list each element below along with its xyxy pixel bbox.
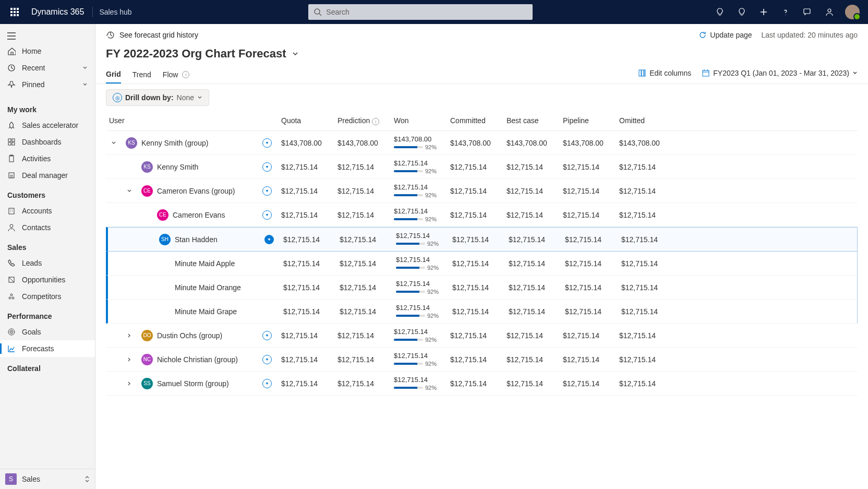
info-icon: i xyxy=(182,71,189,78)
help-icon[interactable] xyxy=(775,0,796,24)
target-icon: ◎ xyxy=(113,93,122,102)
cell-quota: $12,715.14 xyxy=(281,331,337,340)
table-row[interactable]: Minute Maid Apple$12,715.14$12,715.14$12… xyxy=(106,252,858,276)
plus-icon[interactable] xyxy=(753,0,774,24)
table-row[interactable]: DODustin Ochs (group)$12,715.14$12,715.1… xyxy=(106,324,858,348)
table-row[interactable]: CECameron Evans (group)$12,715.14$12,715… xyxy=(106,179,858,203)
expand-toggle[interactable] xyxy=(111,140,122,146)
page-title[interactable]: FY 2022-2023 Org Chart Forecast xyxy=(95,43,868,63)
sidebar-item-leads[interactable]: Leads xyxy=(0,255,95,271)
cell-omitted: $12,715.14 xyxy=(619,379,676,388)
forecast-icon xyxy=(7,344,16,353)
expand-toggle[interactable] xyxy=(127,357,137,362)
col-pipeline[interactable]: Pipeline xyxy=(563,116,619,125)
sidebar-item-competitors[interactable]: Competitors xyxy=(0,288,95,305)
sidebar-item-recent[interactable]: Recent xyxy=(0,59,95,76)
table-row[interactable]: CECameron Evans$12,715.14$12,715.14$12,7… xyxy=(106,203,858,227)
person-icon[interactable] xyxy=(819,0,840,24)
table-row[interactable]: KSKenny Smith (group)$143,708.00$143,708… xyxy=(106,131,858,155)
col-user[interactable]: User xyxy=(106,116,262,125)
cell-bestcase: $12,715.14 xyxy=(507,331,563,340)
table-row[interactable]: SSSamuel Storm (group)$12,715.14$12,715.… xyxy=(106,372,858,396)
cell-prediction: $12,715.14 xyxy=(340,307,396,316)
calendar-icon xyxy=(702,69,710,77)
indicator-icon xyxy=(262,186,272,196)
cell-quota: $143,708.00 xyxy=(281,139,337,147)
sidebar-item-home[interactable]: Home xyxy=(0,43,95,59)
sidebar-item-activities[interactable]: Activities xyxy=(0,150,95,167)
col-prediction[interactable]: Predictioni xyxy=(337,116,394,125)
chat-icon[interactable] xyxy=(797,0,818,24)
svg-point-25 xyxy=(11,331,12,332)
history-link[interactable]: See forecast grid history xyxy=(106,30,198,40)
expand-toggle[interactable] xyxy=(127,188,137,194)
tab-trend[interactable]: Trend xyxy=(132,66,151,83)
drilldown-value: None xyxy=(177,93,194,102)
avatar: KS xyxy=(141,161,153,173)
table-row[interactable]: NCNichole Christian (group)$12,715.14$12… xyxy=(106,348,858,372)
lightbulb-icon[interactable] xyxy=(709,0,730,24)
cell-pipeline: $12,715.14 xyxy=(563,379,619,388)
chevron-down-icon xyxy=(82,82,88,87)
col-committed[interactable]: Committed xyxy=(450,116,507,125)
period-selector[interactable]: FY2023 Q1 (Jan 01, 2023 - Mar 31, 2023) xyxy=(702,69,858,77)
cell-omitted: $12,715.14 xyxy=(619,355,676,364)
search-input[interactable]: Search xyxy=(308,4,533,20)
cell-committed: $12,715.14 xyxy=(452,259,509,268)
home-icon xyxy=(7,47,16,55)
drilldown-selector[interactable]: ◎ Drill down by: None xyxy=(106,89,209,106)
sidebar-item-pinned[interactable]: Pinned xyxy=(0,76,95,93)
svg-rect-29 xyxy=(703,70,709,76)
expand-toggle[interactable] xyxy=(127,381,137,386)
cell-quota: $12,715.14 xyxy=(283,235,340,244)
avatar: CE xyxy=(141,185,153,197)
sidebar-item-contacts[interactable]: Contacts xyxy=(0,219,95,236)
cell-committed: $12,715.14 xyxy=(452,235,509,244)
avatar: SS xyxy=(141,378,153,389)
svg-line-1 xyxy=(319,14,321,16)
tab-grid[interactable]: Grid xyxy=(106,66,121,84)
col-bestcase[interactable]: Best case xyxy=(507,116,563,125)
row-name: Kenny Smith (group) xyxy=(141,139,208,147)
sidebar-item-sales-accelerator[interactable]: Sales accelerator xyxy=(0,117,95,134)
sidebar-item-opportunities[interactable]: Opportunities xyxy=(0,271,95,288)
row-name: Kenny Smith xyxy=(157,163,198,171)
assistant-icon[interactable] xyxy=(731,0,752,24)
sidebar-group-sales: Sales xyxy=(0,236,95,255)
table-row[interactable]: SHStan Hadden$12,715.14$12,715.14$12,715… xyxy=(106,227,858,252)
svg-rect-17 xyxy=(9,208,14,214)
svg-rect-13 xyxy=(12,142,15,145)
col-won[interactable]: Won xyxy=(394,116,450,125)
table-row[interactable]: Minute Maid Grape$12,715.14$12,715.14$12… xyxy=(106,300,858,324)
col-quota[interactable]: Quota xyxy=(281,116,337,125)
cell-won: $12,715.1492% xyxy=(396,256,452,271)
cell-pipeline: $12,715.14 xyxy=(563,331,619,340)
sidebar-item-dashboards[interactable]: Dashboards xyxy=(0,134,95,150)
sidebar-item-deal-manager[interactable]: Deal manager xyxy=(0,167,95,184)
cell-omitted: $12,715.14 xyxy=(621,259,678,268)
user-avatar[interactable] xyxy=(845,5,860,19)
sidebar-item-forecasts[interactable]: Forecasts xyxy=(0,340,95,357)
cell-bestcase: $143,708.00 xyxy=(507,139,563,147)
cell-pipeline: $12,715.14 xyxy=(565,235,621,244)
cell-omitted: $12,715.14 xyxy=(619,187,676,195)
cell-quota: $12,715.14 xyxy=(283,283,340,292)
sidebar-item-goals[interactable]: Goals xyxy=(0,324,95,340)
chevron-down-icon xyxy=(82,65,88,70)
app-launcher-icon[interactable] xyxy=(4,0,25,24)
edit-columns-button[interactable]: Edit columns xyxy=(638,69,691,77)
cell-pipeline: $143,708.00 xyxy=(563,139,619,147)
sidebar-item-accounts[interactable]: Accounts xyxy=(0,202,95,219)
cell-prediction: $12,715.14 xyxy=(337,163,394,171)
table-row[interactable]: KSKenny Smith$12,715.14$12,715.14$12,715… xyxy=(106,155,858,179)
col-omitted[interactable]: Omitted xyxy=(619,116,676,125)
table-row[interactable]: Minute Maid Orange$12,715.14$12,715.14$1… xyxy=(106,276,858,300)
cell-pipeline: $12,715.14 xyxy=(563,187,619,195)
expand-toggle[interactable] xyxy=(127,333,137,338)
cell-bestcase: $12,715.14 xyxy=(509,235,565,244)
hamburger-icon[interactable] xyxy=(0,29,95,43)
update-page-button[interactable]: Update page xyxy=(698,31,752,39)
update-label: Update page xyxy=(710,31,752,39)
area-switcher[interactable]: S Sales xyxy=(0,469,95,489)
tab-flow[interactable]: Flow i xyxy=(163,66,190,83)
